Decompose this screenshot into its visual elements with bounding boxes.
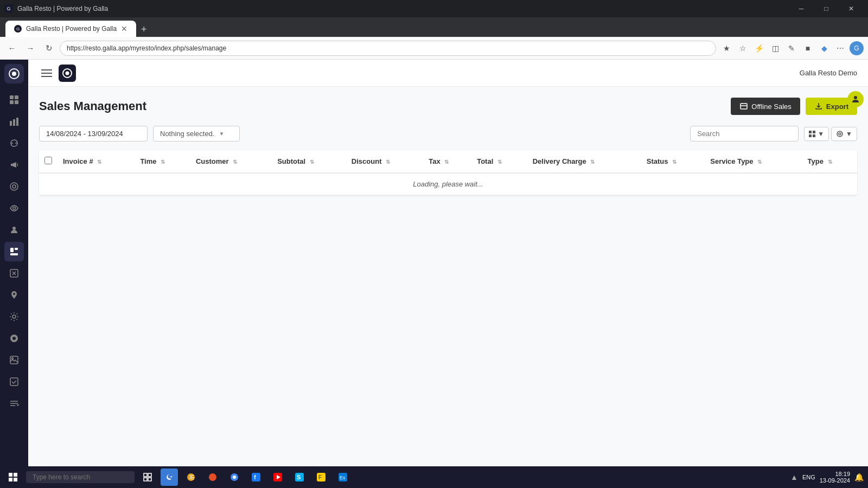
tab-favicon: G	[14, 25, 22, 33]
col-time[interactable]: Time ⇅	[135, 150, 190, 173]
win-icon: G	[4, 4, 13, 13]
sidebar-item-marketing[interactable]	[4, 155, 24, 175]
browser-extensions-icon[interactable]: ⚡	[752, 41, 766, 55]
sort-delivery-icon: ⇅	[590, 159, 595, 165]
sidebar-item-checklist2[interactable]	[4, 394, 24, 413]
split-icon[interactable]: ◫	[768, 41, 782, 55]
hamburger-menu[interactable]	[39, 66, 54, 81]
taskbar-icon7[interactable]: F	[312, 468, 330, 486]
date-range-input[interactable]	[39, 126, 148, 142]
taskbar-icon8[interactable]: Ex	[334, 468, 352, 486]
svg-rect-32	[813, 134, 815, 137]
close-button[interactable]: ✕	[839, 0, 864, 17]
taskbar-search[interactable]	[26, 471, 135, 483]
col-service-type[interactable]: Service Type ⇅	[705, 150, 802, 173]
filter-dropdown[interactable]: Nothing selected. ▼	[153, 126, 240, 142]
col-total[interactable]: Total ⇅	[471, 150, 527, 173]
svg-point-19	[12, 337, 16, 340]
taskbar-notification-bell[interactable]: 🔔	[854, 473, 864, 481]
taskbar-icon3[interactable]	[226, 468, 243, 486]
bookmark-icon[interactable]: ☆	[736, 41, 750, 55]
select-all-checkbox[interactable]	[44, 157, 52, 164]
dropdown-arrow-icon: ▼	[219, 131, 224, 137]
taskbar-icon5[interactable]	[269, 468, 286, 486]
sidebar-item-integrations[interactable]	[4, 329, 24, 348]
loading-row: Loading, please wait...	[39, 173, 857, 195]
taskbar-task-view[interactable]	[139, 468, 156, 486]
svg-point-10	[12, 185, 16, 188]
filter-columns-button[interactable]: ▼	[831, 127, 857, 141]
sidebar-item-visibility[interactable]	[4, 198, 24, 218]
sidebar-item-checklist1[interactable]	[4, 372, 24, 391]
sort-total-icon: ⇅	[497, 159, 502, 165]
taskbar-icon2[interactable]	[204, 468, 221, 486]
sort-service-type-icon: ⇅	[757, 159, 762, 165]
back-button[interactable]: ←	[4, 41, 20, 56]
svg-text:IE: IE	[189, 474, 195, 480]
svg-text:S: S	[297, 474, 301, 480]
taskbar-icon4[interactable]: f	[247, 468, 265, 486]
address-bar-row: ← → ↻ https://resto.galla.app/myresto/in…	[0, 37, 868, 60]
address-bar[interactable]: https://resto.galla.app/myresto/index.ph…	[60, 41, 716, 56]
svg-rect-38	[14, 473, 17, 477]
sort-time-icon: ⇅	[161, 159, 165, 165]
profile-avatar[interactable]: G	[850, 41, 864, 55]
minimize-button[interactable]: ─	[789, 0, 814, 17]
col-type[interactable]: Type ⇅	[802, 150, 858, 173]
page-title: Sales Management	[39, 99, 146, 113]
favorites-icon[interactable]: ✎	[784, 41, 799, 55]
offline-sales-button[interactable]: Offline Sales	[731, 98, 800, 115]
more-icon[interactable]: ⋯	[833, 41, 847, 55]
maximize-button[interactable]: □	[814, 0, 839, 17]
col-subtotal[interactable]: Subtotal ⇅	[272, 150, 346, 173]
collections-icon[interactable]: ■	[801, 41, 815, 55]
tab-close-button[interactable]: ✕	[121, 24, 127, 33]
sidebar-item-dashboard[interactable]	[4, 90, 24, 110]
grid-view-arrow: ▼	[818, 130, 824, 138]
grid-view-button[interactable]: ▼	[804, 127, 829, 141]
sidebar-logo[interactable]	[4, 64, 24, 84]
sidebar-item-reports[interactable]	[4, 177, 24, 196]
new-tab-button[interactable]: +	[136, 22, 151, 37]
start-button[interactable]	[4, 468, 22, 486]
svg-rect-43	[144, 478, 147, 481]
svg-rect-41	[144, 473, 147, 477]
app-logo	[59, 65, 76, 82]
taskbar-icon6[interactable]: S	[291, 468, 308, 486]
app-name: Galla Resto Demo	[800, 69, 857, 77]
col-discount[interactable]: Discount ⇅	[346, 150, 423, 173]
sidebar-item-analytics[interactable]	[4, 112, 24, 131]
svg-point-9	[10, 183, 18, 190]
page-title-row: Sales Management Offline Sales Export	[39, 98, 857, 115]
extensions-icon[interactable]: ★	[719, 41, 733, 55]
sidebar-item-locations[interactable]	[4, 285, 24, 305]
svg-point-47	[209, 473, 216, 481]
search-input[interactable]	[690, 126, 799, 142]
col-invoice[interactable]: Invoice # ⇅	[58, 150, 135, 173]
col-status[interactable]: Status ⇅	[641, 150, 705, 173]
sidebar-item-sync[interactable]	[4, 133, 24, 153]
sidebar-item-users[interactable]	[4, 220, 24, 240]
taskbar-clock: 18:19 13-09-2024	[820, 471, 850, 484]
reload-button[interactable]: ↻	[41, 41, 56, 56]
sidebar-item-promotions[interactable]	[4, 264, 24, 283]
sidebar-item-sales[interactable]	[4, 242, 24, 261]
svg-point-12	[12, 227, 16, 230]
taskbar-edge[interactable]	[161, 468, 178, 486]
taskbar-icon1[interactable]: IE	[182, 468, 200, 486]
svg-rect-50	[252, 473, 260, 481]
active-tab[interactable]: G Galla Resto | Powered by Galla ✕	[5, 21, 136, 37]
taskbar-notification-icon[interactable]: ▲	[790, 473, 798, 481]
svg-rect-28	[741, 104, 747, 109]
sidebar-item-media[interactable]	[4, 350, 24, 370]
forward-button[interactable]: →	[23, 41, 38, 56]
sidebar-item-settings[interactable]	[4, 307, 24, 326]
page-actions: Offline Sales Export	[731, 98, 857, 115]
col-delivery-charge[interactable]: Delivery Charge ⇅	[527, 150, 641, 173]
svg-rect-39	[9, 478, 12, 481]
col-customer[interactable]: Customer ⇅	[190, 150, 272, 173]
copilot-icon[interactable]: ◆	[817, 41, 831, 55]
svg-point-1	[12, 72, 16, 76]
sort-customer-icon: ⇅	[233, 159, 237, 165]
col-tax[interactable]: Tax ⇅	[423, 150, 471, 173]
